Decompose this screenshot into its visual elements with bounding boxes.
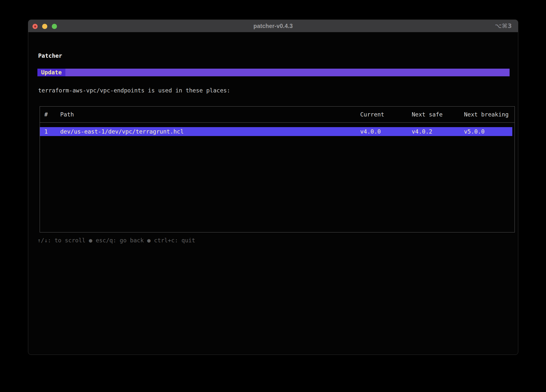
usage-table: # Path Current Next safe Next breaking 1… bbox=[40, 106, 515, 232]
help-bar: ↑/↓: to scroll ● esc/q: go back ● ctrl+c… bbox=[37, 236, 195, 244]
tab-update[interactable]: Update bbox=[37, 69, 65, 76]
app-heading: Patcher bbox=[38, 52, 62, 59]
row-cell-current: v4.0.0 bbox=[360, 127, 381, 136]
window-title: patcher-v0.4.3 bbox=[28, 20, 518, 32]
row-cell-next-safe: v4.0.2 bbox=[412, 127, 432, 136]
row-cell-path: dev/us-east-1/dev/vpc/terragrunt.hcl bbox=[60, 127, 184, 136]
col-header-path: Path bbox=[60, 107, 74, 123]
usage-subtitle: terraform-aws-vpc/vpc-endpoints is used … bbox=[38, 87, 230, 94]
window-shortcut-badge: ⌥⌘3 bbox=[495, 20, 512, 32]
table-header-row: # Path Current Next safe Next breaking bbox=[40, 107, 515, 123]
col-header-num: # bbox=[44, 107, 48, 123]
col-header-current: Current bbox=[360, 107, 384, 123]
window-titlebar[interactable]: patcher-v0.4.3 ⌥⌘3 bbox=[28, 20, 518, 32]
table-row[interactable]: 1 dev/us-east-1/dev/vpc/terragrunt.hcl v… bbox=[40, 127, 512, 136]
patcher-terminal-window: patcher-v0.4.3 ⌥⌘3 Patcher Update terraf… bbox=[28, 20, 518, 355]
row-cell-num: 1 bbox=[44, 127, 48, 136]
tab-bar: Update bbox=[37, 69, 510, 76]
row-cell-next-breaking: v5.0.0 bbox=[464, 127, 485, 136]
col-header-next-breaking: Next breaking bbox=[464, 107, 509, 123]
col-header-next-safe: Next safe bbox=[412, 107, 443, 123]
